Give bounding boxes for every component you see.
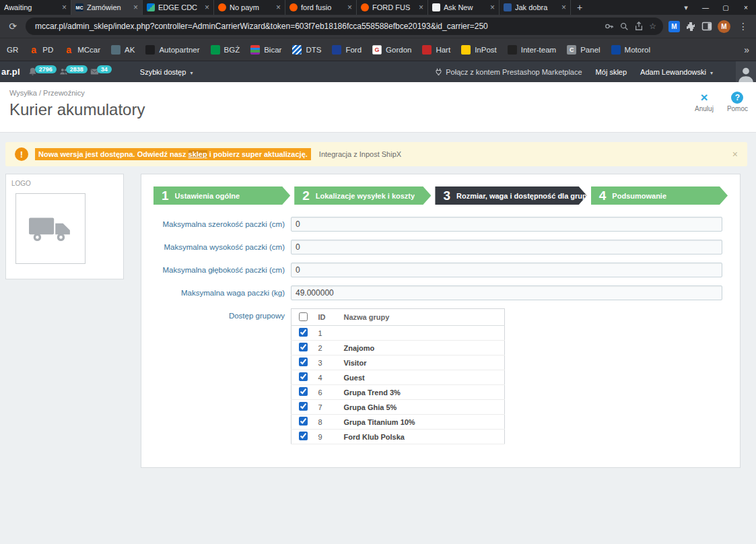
browser-tab[interactable]: No paym × [214,0,285,15]
window-close-button[interactable]: × [736,0,756,15]
window-minimize-button[interactable]: — [695,0,716,15]
bookmark-item[interactable]: CPanel [567,45,600,55]
share-icon[interactable] [634,22,644,31]
bookmark-item[interactable]: InPost [461,45,497,55]
shop-logo[interactable]: ar.pl [0,67,24,77]
messages-badge[interactable]: 34 [97,65,112,73]
bookmark-favicon [211,45,220,55]
wizard-step-2[interactable]: 2 Lokalizacje wysyłek i koszty [294,186,431,205]
browser-tab[interactable]: Ask New × [428,0,500,15]
window-maximize-button[interactable]: ▢ [716,0,736,15]
bookmark-favicon [111,45,121,55]
group-checkbox[interactable] [299,417,308,426]
select-all-checkbox[interactable] [299,312,308,321]
new-tab-button[interactable]: + [571,0,588,15]
tab-title: ford fusio [301,3,344,11]
breadcrumb-shipping[interactable]: Wysyłka [9,89,37,97]
tab-title: EDGE CDC [158,3,201,11]
wizard-step-4[interactable]: 4 Podsumowanie [591,186,728,205]
extension-m-icon[interactable]: M [668,21,680,32]
browser-menu-icon[interactable]: ⋮ [736,21,751,32]
group-checkbox[interactable] [299,343,308,351]
bookmark-item[interactable]: Motorol [611,45,650,55]
max-height-input[interactable] [291,240,722,254]
wizard-step-3-active[interactable]: 3 Rozmiar, waga i dostępność dla grup [435,186,586,205]
tab-search-caret-icon[interactable]: ▾ [677,0,695,15]
table-row: 1 [291,326,505,341]
group-checkbox[interactable] [299,372,308,381]
tab-close-icon[interactable]: × [490,3,495,12]
group-checkbox[interactable] [299,402,308,411]
cancel-button[interactable]: × Anuluj [695,92,714,112]
bookmarks-overflow-icon[interactable]: » [744,44,749,55]
tab-favicon [361,3,369,11]
logo-panel-label: LOGO [6,174,123,187]
quick-access-menu[interactable]: Szybki dostęp ▾ [140,68,193,76]
tab-title: Zamówien [87,3,130,11]
group-name: Ford Klub Polska [341,430,505,444]
browser-tab[interactable]: MC Zamówien × [71,0,143,15]
breadcrumb-carriers[interactable]: Przewoźnicy [43,89,85,97]
wizard-step-1[interactable]: 1 Ustawienia ogólne [153,186,290,205]
bookmark-item[interactable]: Hart [422,45,450,55]
tab-close-icon[interactable]: × [276,3,281,12]
tab-title: No paym [230,3,273,11]
bookmark-star-icon[interactable]: ☆ [649,22,656,31]
address-bar[interactable]: mccar.pl/admin_sklep/index.php?controlle… [26,18,663,35]
group-checkbox[interactable] [299,387,308,396]
group-access-row: Dostęp grupowy ID Nazwa grupy 1 [141,308,740,444]
bookmark-item[interactable]: DTS [292,45,321,55]
url-text[interactable]: mccar.pl/admin_sklep/index.php?controlle… [35,22,599,31]
tab-close-icon[interactable]: × [347,3,352,12]
group-name [341,326,505,341]
bookmark-item[interactable]: Inter-team [508,45,556,55]
reload-icon[interactable]: ⟳ [5,19,20,34]
tab-close-icon[interactable]: × [561,3,566,12]
cancel-label: Anuluj [695,105,714,112]
browser-tab[interactable]: ford fusio × [285,0,357,15]
group-checkbox[interactable] [299,358,308,366]
browser-tab[interactable]: FORD FUS × [357,0,428,15]
zoom-icon[interactable] [619,22,629,31]
bookmark-item[interactable]: GR [7,46,18,54]
tab-close-icon[interactable]: × [133,3,138,12]
max-depth-input[interactable] [291,263,722,277]
page-title: Kurier akumulatory [9,100,747,119]
orders-badge[interactable]: 2796 [35,65,57,73]
max-width-input[interactable] [291,217,722,232]
step-number: 4 [599,189,607,203]
group-checkbox[interactable] [299,328,308,337]
employee-avatar[interactable] [736,61,756,83]
shop-link[interactable]: sklep [188,150,207,158]
tab-close-icon[interactable]: × [62,3,67,12]
bookmark-item[interactable]: Autopartner [145,45,199,55]
password-key-icon[interactable] [605,22,614,31]
side-panel-icon[interactable] [701,21,712,32]
browser-tab[interactable]: EDGE CDC × [143,0,214,15]
bookmark-item[interactable]: aMCcar [64,45,100,55]
group-checkbox[interactable] [299,432,308,440]
group-name: Grupa Ghia 5% [341,400,505,415]
extensions-puzzle-icon[interactable] [685,21,696,32]
quick-access-label: Szybki dostęp [140,68,186,76]
customers-badge[interactable]: 2838 [66,65,88,73]
browser-tab[interactable]: Jak dobra × [500,0,571,15]
tab-close-icon[interactable]: × [419,3,423,12]
bookmark-item[interactable]: Bicar [250,45,281,55]
bookmark-item[interactable]: aPD [29,45,53,55]
step-label: Rozmiar, waga i dostępność dla grup [456,192,587,200]
max-weight-input[interactable] [291,285,722,300]
tab-close-icon[interactable]: × [205,3,209,12]
browser-tab[interactable]: Awaiting × [0,0,71,15]
bookmark-item[interactable]: BGŻ [211,45,240,55]
my-shop-link[interactable]: Mój sklep [596,68,627,76]
bookmark-item[interactable]: Ford [332,45,362,55]
notice-close-icon[interactable]: × [732,149,738,160]
help-button[interactable]: ? Pomoc [727,92,748,112]
bookmark-item[interactable]: GGordon [372,45,411,55]
profile-avatar[interactable]: M [718,20,730,33]
bookmark-item[interactable]: AK [111,45,135,55]
marketplace-link[interactable]: Połącz z kontem Prestashop Marketplace [435,68,582,76]
content-area: ! Nowa wersja jest dostępna. Odwiedź nas… [0,133,756,544]
user-menu[interactable]: Adam Lewandowski ▾ [640,68,713,76]
